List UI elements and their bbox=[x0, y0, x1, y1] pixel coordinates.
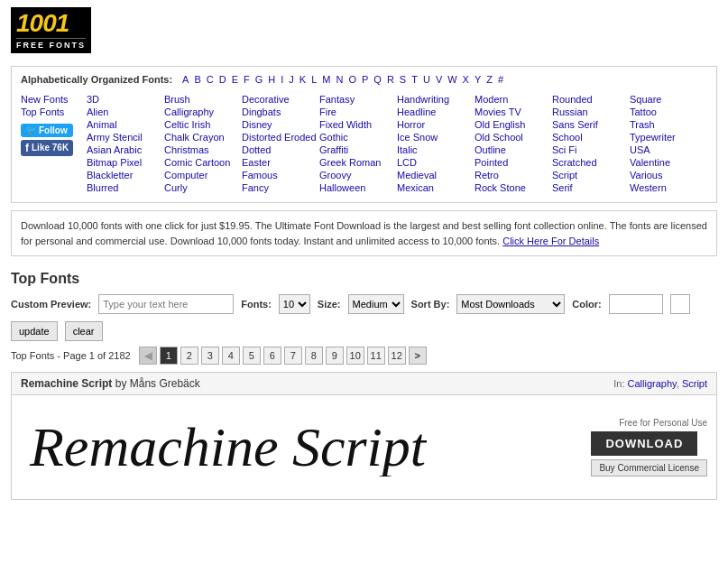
size-select[interactable]: Medium bbox=[348, 294, 404, 314]
category-link-army-stencil[interactable]: Army Stencil bbox=[87, 132, 159, 143]
category-link-chalk-crayon[interactable]: Chalk Crayon bbox=[164, 132, 236, 143]
category-link-tattoo[interactable]: Tattoo bbox=[630, 106, 702, 117]
alpha-link-m[interactable]: M bbox=[322, 74, 330, 85]
category-link-fantasy[interactable]: Fantasy bbox=[319, 94, 392, 105]
category-link-retro[interactable]: Retro bbox=[475, 170, 547, 180]
category-link-dingbats[interactable]: Dingbats bbox=[242, 106, 314, 117]
category-link-scratched[interactable]: Scratched bbox=[552, 157, 624, 168]
alpha-link-p[interactable]: P bbox=[362, 74, 368, 85]
promo-link[interactable]: Click Here For Details bbox=[502, 236, 599, 246]
category-link-dotted[interactable]: Dotted bbox=[242, 144, 314, 155]
category-link-famous[interactable]: Famous bbox=[242, 170, 314, 180]
top-fonts-link[interactable]: Top Fonts bbox=[21, 106, 79, 117]
category-calligraphy-link[interactable]: Calligraphy bbox=[628, 378, 677, 389]
alpha-link-i[interactable]: I bbox=[281, 74, 283, 85]
category-link-rounded[interactable]: Rounded bbox=[552, 94, 624, 105]
page-btn-12[interactable]: 12 bbox=[388, 347, 406, 365]
category-link-italic[interactable]: Italic bbox=[397, 144, 469, 155]
category-link-brush[interactable]: Brush bbox=[164, 94, 236, 105]
category-link-lcd[interactable]: LCD bbox=[397, 157, 469, 168]
alpha-link-#[interactable]: # bbox=[498, 74, 503, 85]
alpha-link-r[interactable]: R bbox=[387, 74, 394, 85]
sort-select[interactable]: Most Downloads bbox=[456, 294, 565, 314]
category-link-outline[interactable]: Outline bbox=[475, 144, 547, 155]
category-link-trash[interactable]: Trash bbox=[630, 119, 702, 130]
page-btn-5[interactable]: 5 bbox=[243, 347, 261, 365]
alpha-link-e[interactable]: E bbox=[232, 74, 238, 85]
category-link-3d[interactable]: 3D bbox=[87, 94, 159, 105]
page-btn-11[interactable]: 11 bbox=[367, 347, 385, 365]
category-link-russian[interactable]: Russian bbox=[552, 106, 624, 117]
category-link-old-english[interactable]: Old English bbox=[475, 119, 547, 130]
page-btn-6[interactable]: 6 bbox=[263, 347, 281, 365]
alpha-link-j[interactable]: J bbox=[289, 74, 294, 85]
category-link-gothic[interactable]: Gothic bbox=[319, 132, 392, 143]
category-link-medieval[interactable]: Medieval bbox=[397, 170, 469, 180]
category-link-handwriting[interactable]: Handwriting bbox=[397, 94, 469, 105]
category-link-movies-tv[interactable]: Movies TV bbox=[475, 106, 547, 117]
category-link-sans-serif[interactable]: Sans Serif bbox=[552, 119, 624, 130]
color-swatch[interactable] bbox=[670, 294, 690, 314]
category-link-typewriter[interactable]: Typewriter bbox=[630, 132, 702, 143]
category-link-bitmap-pixel[interactable]: Bitmap Pixel bbox=[87, 157, 159, 168]
alpha-link-u[interactable]: U bbox=[423, 74, 430, 85]
page-btn-4[interactable]: 4 bbox=[222, 347, 240, 365]
commercial-license-button[interactable]: Buy Commercial License bbox=[591, 459, 707, 477]
category-link-fire[interactable]: Fire bbox=[319, 106, 392, 117]
facebook-like-button[interactable]: Like 76K bbox=[21, 140, 73, 156]
alpha-link-l[interactable]: L bbox=[311, 74, 317, 85]
category-link-modern[interactable]: Modern bbox=[475, 94, 547, 105]
category-link-curly[interactable]: Curly bbox=[164, 182, 236, 193]
category-link-ice-snow[interactable]: Ice Snow bbox=[397, 132, 469, 143]
category-link-alien[interactable]: Alien bbox=[87, 106, 159, 117]
alpha-link-a[interactable]: A bbox=[182, 74, 189, 85]
category-link-headline[interactable]: Headline bbox=[397, 106, 469, 117]
clear-button[interactable]: clear bbox=[65, 321, 103, 341]
prev-page-button[interactable]: ◀ bbox=[139, 347, 157, 365]
category-link-blurred[interactable]: Blurred bbox=[87, 182, 159, 193]
category-link-blackletter[interactable]: Blackletter bbox=[87, 170, 159, 180]
category-link-serif[interactable]: Serif bbox=[552, 182, 624, 193]
category-link-pointed[interactable]: Pointed bbox=[475, 157, 547, 168]
next-page-button[interactable]: > bbox=[409, 347, 427, 365]
alpha-link-q[interactable]: Q bbox=[373, 74, 382, 85]
page-btn-3[interactable]: 3 bbox=[201, 347, 219, 365]
category-link-old-school[interactable]: Old School bbox=[475, 132, 547, 143]
alpha-link-f[interactable]: F bbox=[244, 74, 250, 85]
alpha-link-z[interactable]: Z bbox=[486, 74, 493, 85]
category-link-fixed-width[interactable]: Fixed Width bbox=[319, 119, 392, 130]
category-link-graffiti[interactable]: Graffiti bbox=[319, 144, 392, 155]
alpha-link-n[interactable]: N bbox=[336, 74, 343, 85]
new-fonts-link[interactable]: New Fonts bbox=[21, 94, 79, 105]
page-btn-2[interactable]: 2 bbox=[180, 347, 198, 365]
alpha-link-x[interactable]: X bbox=[463, 74, 469, 85]
page-btn-9[interactable]: 9 bbox=[326, 347, 344, 365]
category-link-disney[interactable]: Disney bbox=[242, 119, 314, 130]
category-link-asian-arabic[interactable]: Asian Arabic bbox=[87, 144, 159, 155]
alpha-link-b[interactable]: B bbox=[194, 74, 200, 85]
category-link-various[interactable]: Various bbox=[630, 170, 702, 180]
category-link-usa[interactable]: USA bbox=[630, 144, 702, 155]
category-link-halloween[interactable]: Halloween bbox=[319, 182, 392, 193]
category-link-easter[interactable]: Easter bbox=[242, 157, 314, 168]
category-link-celtic-irish[interactable]: Celtic Irish bbox=[164, 119, 236, 130]
download-button[interactable]: DOWNLOAD bbox=[591, 431, 697, 456]
logo[interactable]: 1001 FREE FONTS bbox=[11, 7, 91, 53]
category-link-calligraphy[interactable]: Calligraphy bbox=[164, 106, 236, 117]
category-link-rock-stone[interactable]: Rock Stone bbox=[475, 182, 547, 193]
category-link-fancy[interactable]: Fancy bbox=[242, 182, 314, 193]
category-link-valentine[interactable]: Valentine bbox=[630, 157, 702, 168]
category-link-sci-fi[interactable]: Sci Fi bbox=[552, 144, 624, 155]
alpha-link-c[interactable]: C bbox=[207, 74, 214, 85]
category-link-western[interactable]: Western bbox=[630, 182, 702, 193]
category-link-groovy[interactable]: Groovy bbox=[319, 170, 392, 180]
alpha-link-v[interactable]: V bbox=[436, 74, 442, 85]
alpha-link-g[interactable]: G bbox=[255, 74, 263, 85]
category-link-distorted-eroded[interactable]: Distorted Eroded bbox=[242, 132, 314, 143]
category-script-link[interactable]: Script bbox=[682, 378, 707, 389]
category-link-christmas[interactable]: Christmas bbox=[164, 144, 236, 155]
alpha-link-y[interactable]: Y bbox=[475, 74, 481, 85]
category-link-comic-cartoon[interactable]: Comic Cartoon bbox=[164, 157, 236, 168]
twitter-follow-button[interactable]: Follow bbox=[21, 124, 73, 137]
page-btn-10[interactable]: 10 bbox=[346, 347, 364, 365]
